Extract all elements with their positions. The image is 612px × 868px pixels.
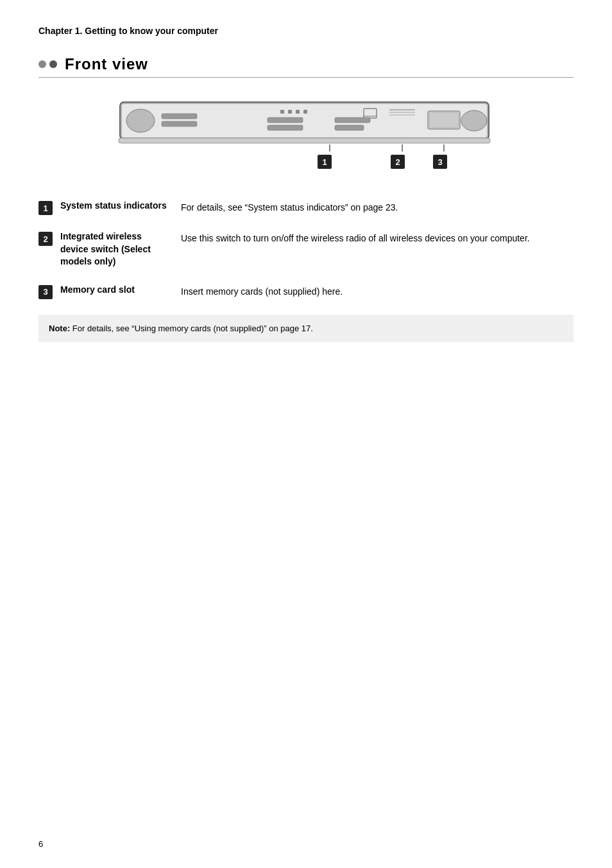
svg-point-21 — [461, 110, 487, 131]
label-1: System status indicators — [53, 200, 181, 213]
items-list: 1 System status indicators For details, … — [38, 200, 574, 299]
svg-rect-9 — [303, 110, 307, 114]
item-row-3: 3 Memory card slot Insert memory cards (… — [38, 284, 574, 299]
laptop-diagram — [114, 97, 498, 155]
callout-2: 2 — [391, 155, 405, 169]
svg-rect-8 — [296, 110, 300, 114]
callout-1: 1 — [318, 155, 332, 169]
svg-rect-2 — [119, 138, 490, 143]
svg-rect-20 — [429, 112, 459, 128]
badge-2: 2 — [38, 232, 53, 246]
description-1: For details, see “System status indicato… — [181, 200, 574, 214]
badge-1: 1 — [38, 201, 53, 215]
svg-rect-5 — [162, 121, 197, 126]
svg-rect-4 — [162, 114, 197, 119]
label-3: Memory card slot — [53, 284, 181, 297]
badge-3: 3 — [38, 285, 53, 299]
svg-rect-6 — [280, 110, 284, 114]
note-label: Note: — [49, 324, 70, 333]
item-row-2: 2 Integrated wireless device switch (Sel… — [38, 230, 574, 268]
svg-point-3 — [126, 109, 155, 132]
dot-2 — [49, 60, 57, 68]
description-2: Use this switch to turn on/off the wirel… — [181, 230, 574, 245]
svg-rect-14 — [335, 117, 370, 123]
svg-rect-15 — [335, 125, 364, 130]
chapter-title: Chapter 1. Getting to know your computer — [38, 26, 574, 36]
label-2: Integrated wireless device switch (Selec… — [53, 230, 181, 268]
dot-1 — [38, 60, 46, 68]
svg-rect-7 — [288, 110, 292, 114]
description-3: Insert memory cards (not supplied) here. — [181, 284, 574, 299]
svg-rect-11 — [268, 125, 303, 130]
note-text: For details, see “Using memory cards (no… — [70, 324, 313, 333]
svg-rect-10 — [268, 117, 303, 123]
note-box: Note: For details, see “Using memory car… — [38, 315, 574, 343]
diagram-container: 1 2 3 — [38, 97, 574, 174]
page-number: 6 — [38, 839, 43, 849]
callout-row: 1 2 3 — [114, 155, 498, 174]
section-dots — [38, 60, 57, 68]
section-title: Front view — [65, 55, 148, 73]
callout-3: 3 — [433, 155, 447, 169]
item-row-1: 1 System status indicators For details, … — [38, 200, 574, 215]
section-header: Front view — [38, 55, 574, 78]
